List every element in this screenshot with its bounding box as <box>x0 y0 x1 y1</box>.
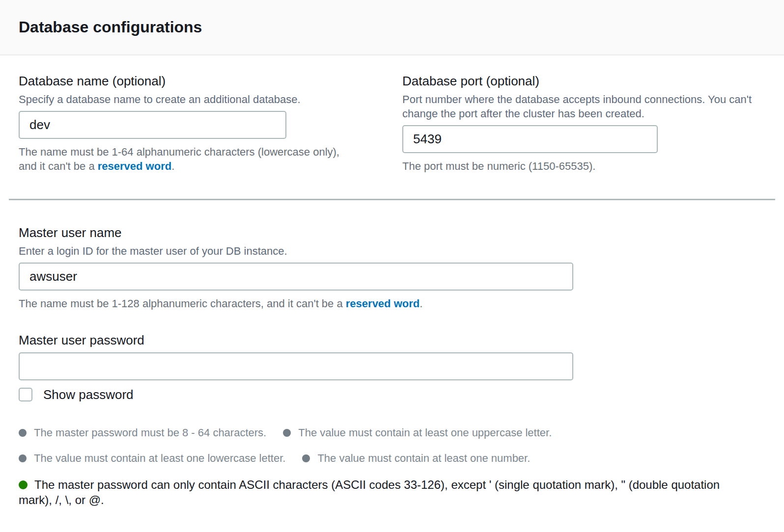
database-port-label: Database port (optional) <box>402 73 765 89</box>
bullet-icon <box>19 454 27 462</box>
master-user-name-input[interactable] <box>19 263 573 291</box>
database-name-label: Database name (optional) <box>19 73 380 89</box>
show-password-row: Show password <box>19 387 765 402</box>
master-user-name-description: Enter a login ID for the master user of … <box>19 244 765 258</box>
database-name-description: Specify a database name to create an add… <box>19 92 380 106</box>
reserved-word-link[interactable]: reserved word <box>346 297 420 310</box>
master-user-name-constraint-period: . <box>420 297 422 310</box>
database-port-description: Port number where the database accepts i… <box>402 92 757 121</box>
requirement-item: The value must contain at least one lowe… <box>19 452 285 465</box>
master-user-name-label: Master user name <box>19 225 765 240</box>
requirement-text: The master password can only contain ASC… <box>19 478 720 506</box>
page-title: Database configurations <box>19 18 765 36</box>
requirement-item-ascii: The master password can only contain ASC… <box>19 477 736 507</box>
field-database-name: Database name (optional) Specify a datab… <box>19 73 380 173</box>
master-user-password-label: Master user password <box>19 332 765 348</box>
field-master-user-name: Master user name Enter a login ID for th… <box>19 225 765 311</box>
database-name-constraint-period: . <box>171 160 174 172</box>
master-user-name-constraint: The name must be 1-128 alphanumeric char… <box>19 296 765 311</box>
requirement-text: The value must contain at least one lowe… <box>34 452 285 464</box>
show-password-checkbox[interactable] <box>19 388 32 401</box>
database-port-input[interactable] <box>402 125 658 153</box>
show-password-label[interactable]: Show password <box>43 387 134 402</box>
section-divider <box>9 199 775 200</box>
field-master-user-password: Master user password Show password <box>19 332 765 402</box>
form-content: Database name (optional) Specify a datab… <box>0 73 784 507</box>
master-user-password-input[interactable] <box>19 352 573 380</box>
requirement-text: The master password must be 8 - 64 chara… <box>34 426 266 439</box>
db-name-port-row: Database name (optional) Specify a datab… <box>19 73 765 173</box>
master-user-name-constraint-text: The name must be 1-128 alphanumeric char… <box>19 297 346 310</box>
requirement-text: The value must contain at least one numb… <box>317 452 530 464</box>
field-database-port: Database port (optional) Port number whe… <box>402 73 765 173</box>
password-requirements: The master password must be 8 - 64 chara… <box>19 426 765 507</box>
requirement-item: The value must contain at least one uppe… <box>283 426 552 440</box>
requirement-item: The master password must be 8 - 64 chara… <box>19 426 266 440</box>
requirement-item: The value must contain at least one numb… <box>302 452 530 465</box>
bullet-icon <box>283 429 291 437</box>
database-port-constraint: The port must be numeric (1150-65535). <box>402 159 765 173</box>
requirement-row: The value must contain at least one lowe… <box>19 452 765 465</box>
requirement-text: The value must contain at least one uppe… <box>298 426 552 439</box>
database-name-constraint-text: The name must be 1-64 alphanumeric chara… <box>19 146 339 172</box>
database-name-constraint: The name must be 1-64 alphanumeric chara… <box>19 145 358 173</box>
success-bullet-icon <box>19 480 28 489</box>
bullet-icon <box>302 454 310 462</box>
reserved-word-link[interactable]: reserved word <box>98 160 171 172</box>
requirement-row: The master password must be 8 - 64 chara… <box>19 426 765 440</box>
section-header: Database configurations <box>0 0 784 55</box>
database-name-input[interactable] <box>19 111 286 139</box>
bullet-icon <box>19 429 27 437</box>
